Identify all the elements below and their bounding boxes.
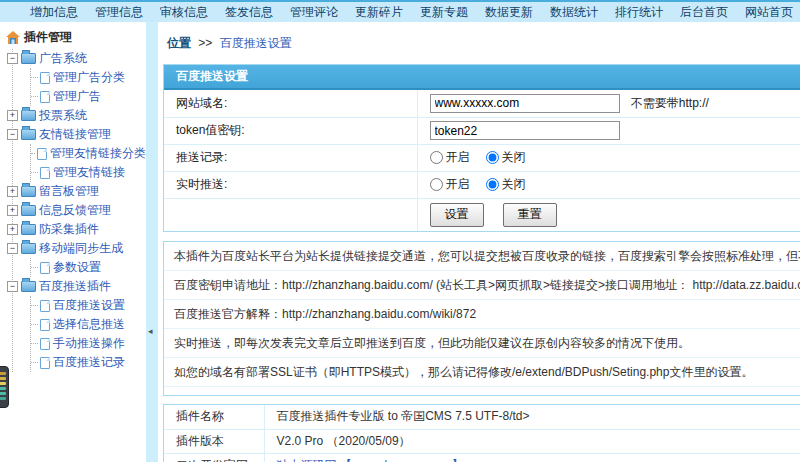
tree-node-friend-links[interactable]: 友情链接管理	[7, 125, 146, 144]
nav-item-manage-comments[interactable]: 管理评论	[290, 4, 338, 21]
tree-node-mobile-sync[interactable]: 移动端同步生成	[7, 239, 146, 258]
tree-leaf-manage-links[interactable]: 管理友情链接	[31, 163, 146, 182]
tree-leaf-label[interactable]: 百度推送设置	[53, 297, 125, 314]
plugin-dev-site-cell: 独木源码网 【www.dumcms.com】	[264, 453, 800, 462]
plus-toggle-icon[interactable]	[7, 224, 18, 235]
plugin-name-row: 插件名称 百度推送插件专业版 to 帝国CMS 7.5 UTF-8/td>	[164, 405, 800, 429]
tree-node-label[interactable]: 移动端同步生成	[39, 240, 123, 257]
breadcrumb-separator: >>	[198, 36, 212, 50]
realtime-off-label[interactable]: 关闭	[502, 176, 526, 193]
folder-icon	[21, 53, 36, 64]
sidebar-title: 插件管理	[24, 29, 72, 46]
tree-node-label[interactable]: 百度推送插件	[39, 278, 111, 295]
minus-toggle-icon[interactable]	[7, 53, 18, 64]
tree-children-ad-system: 管理广告分类 管理广告	[30, 68, 146, 106]
tree-node-ad-system[interactable]: 广告系统	[7, 49, 146, 68]
plus-toggle-icon[interactable]	[7, 110, 18, 121]
folder-icon	[21, 129, 36, 140]
tree-node-message-board[interactable]: 留言板管理	[7, 182, 146, 201]
page-icon	[40, 300, 50, 312]
plugin-info-panel: 本插件为百度站长平台为站长提供链接提交通道，您可以提交想被百度收录的链接，百度搜…	[163, 241, 800, 396]
equalizer-bar	[0, 377, 6, 380]
dev-site-link[interactable]: 独木源码网 【www.dumcms.com】	[277, 458, 464, 462]
nav-item-data-update[interactable]: 数据更新	[485, 4, 533, 21]
tree-leaf-label[interactable]: 参数设置	[53, 259, 101, 276]
form-row-token: token值密钥:	[164, 117, 800, 144]
submit-button[interactable]: 设置	[430, 203, 484, 227]
sidebar-splitter[interactable]: ◂	[146, 22, 158, 462]
empty-label-cell	[164, 198, 417, 231]
realtime-radio-group: 开启 关闭	[430, 176, 800, 193]
tree-leaf-param-settings[interactable]: 参数设置	[31, 258, 146, 277]
push-log-label: 推送记录:	[164, 144, 417, 171]
nav-item-manage-info[interactable]: 管理信息	[95, 4, 143, 21]
nav-item-site-home[interactable]: 网站首页	[745, 4, 793, 21]
tree-leaf-label[interactable]: 选择信息推送	[53, 316, 125, 333]
reset-button[interactable]: 重置	[503, 203, 557, 227]
tree-node-feedback[interactable]: 信息反馈管理	[7, 201, 146, 220]
minus-toggle-icon[interactable]	[7, 243, 18, 254]
push-log-off-label[interactable]: 关闭	[502, 149, 526, 166]
nav-item-update-fragments[interactable]: 更新碎片	[355, 4, 403, 21]
main-layout: 插件管理 广告系统 管理广告分类 管理广告	[0, 22, 800, 462]
plus-toggle-icon[interactable]	[7, 205, 18, 216]
tree-node-label[interactable]: 友情链接管理	[39, 126, 111, 143]
tree-leaf-push-log[interactable]: 百度推送记录	[31, 353, 146, 372]
push-log-off-radio[interactable]	[486, 151, 499, 164]
tree-leaf-label[interactable]: 管理广告	[53, 88, 101, 105]
folder-icon	[21, 205, 36, 216]
folder-icon	[21, 110, 36, 121]
realtime-on-radio[interactable]	[430, 178, 443, 191]
buttons-cell: 设置 重置	[417, 198, 800, 231]
push-log-on-radio[interactable]	[430, 151, 443, 164]
tree-node-anti-collect[interactable]: 防采集插件	[7, 220, 146, 239]
tree-leaf-select-info-push[interactable]: 选择信息推送	[31, 315, 146, 334]
tree-leaf-label[interactable]: 管理友情链接分类	[50, 145, 146, 162]
breadcrumb-current-link[interactable]: 百度推送设置	[220, 36, 292, 50]
tree-leaf-label[interactable]: 管理友情链接	[53, 164, 125, 181]
nav-item-sign-info[interactable]: 签发信息	[225, 4, 273, 21]
nav-item-update-topics[interactable]: 更新专题	[420, 4, 468, 21]
tree-leaf-label[interactable]: 百度推送记录	[53, 354, 125, 371]
tree-leaf-manual-push[interactable]: 手动推送操作	[31, 334, 146, 353]
push-log-on-label[interactable]: 开启	[446, 149, 470, 166]
minus-toggle-icon[interactable]	[7, 281, 18, 292]
tree-leaf-manage-link-category[interactable]: 管理友情链接分类	[31, 144, 146, 163]
nav-item-add-info[interactable]: 增加信息	[30, 4, 78, 21]
tree-node-label[interactable]: 广告系统	[39, 50, 87, 67]
tree-node-label[interactable]: 防采集插件	[39, 221, 99, 238]
tree-leaf-manage-ads[interactable]: 管理广告	[31, 87, 146, 106]
nav-item-review-info[interactable]: 审核信息	[160, 4, 208, 21]
plugin-version-row: 插件版本 V2.0 Pro （2020/05/09）	[164, 429, 800, 453]
tree-leaf-manage-ad-category[interactable]: 管理广告分类	[31, 68, 146, 87]
tree-node-label[interactable]: 留言板管理	[39, 183, 99, 200]
nav-item-admin-home[interactable]: 后台首页	[680, 4, 728, 21]
plus-toggle-icon[interactable]	[7, 186, 18, 197]
tree-children-mobile-sync: 参数设置	[30, 258, 146, 277]
domain-input[interactable]	[430, 94, 620, 113]
form-row-buttons: 设置 重置	[164, 198, 800, 231]
tree-leaf-label[interactable]: 手动推送操作	[53, 335, 125, 352]
tree-node-label[interactable]: 投票系统	[39, 107, 87, 124]
tree-node-vote-system[interactable]: 投票系统	[7, 106, 146, 125]
realtime-off-radio[interactable]	[486, 178, 499, 191]
nav-item-data-stats[interactable]: 数据统计	[550, 4, 598, 21]
collapse-sidebar-icon[interactable]: ◂	[148, 326, 153, 336]
domain-note: 不需要带http://	[631, 96, 709, 110]
tree-node-baidu-push[interactable]: 百度推送插件	[7, 277, 146, 296]
domain-label: 网站域名:	[164, 90, 417, 117]
sidebar-plugin-tree: 插件管理 广告系统 管理广告分类 管理广告	[0, 22, 146, 462]
realtime-on-label[interactable]: 开启	[446, 176, 470, 193]
tree-node-label[interactable]: 信息反馈管理	[39, 202, 111, 219]
token-input[interactable]	[430, 121, 620, 140]
minus-toggle-icon[interactable]	[7, 129, 18, 140]
equalizer-bar	[0, 397, 6, 400]
tree-children-baidu-push: 百度推送设置 选择信息推送 手动推送操作 百度推送记录	[30, 296, 146, 372]
nav-item-ranking-stats[interactable]: 排行统计	[615, 4, 663, 21]
plugin-meta-panel: 插件名称 百度推送插件专业版 to 帝国CMS 7.5 UTF-8/td> 插件…	[163, 404, 800, 462]
equalizer-widget[interactable]	[0, 366, 9, 408]
tree-leaf-baidu-push-settings[interactable]: 百度推送设置	[31, 296, 146, 315]
info-line-description: 本插件为百度站长平台为站长提供链接提交通道，您可以提交想被百度收录的链接，百度搜…	[164, 242, 800, 271]
tree-leaf-label[interactable]: 管理广告分类	[53, 69, 125, 86]
panel-header: 百度推送设置	[164, 65, 800, 90]
